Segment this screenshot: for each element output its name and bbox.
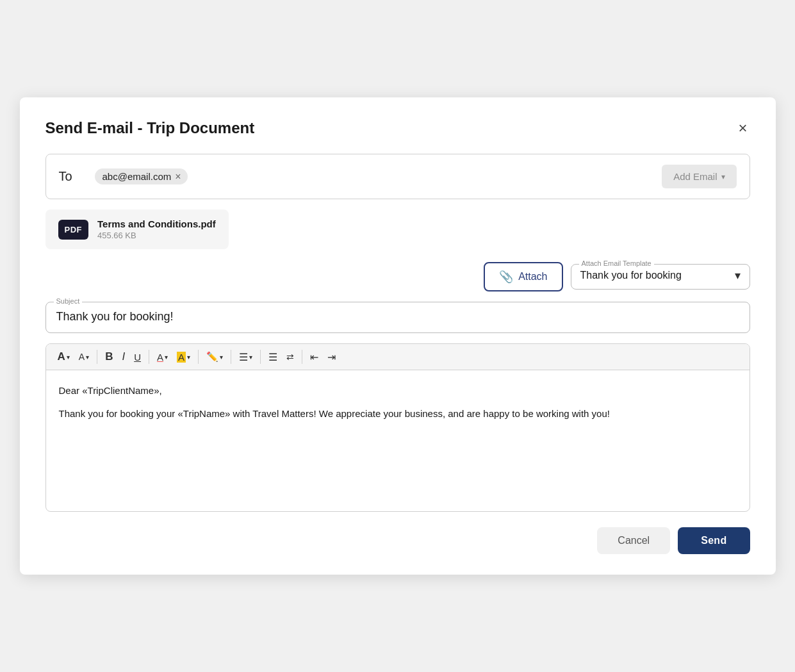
font-color-button[interactable]: A ▾ (153, 349, 172, 365)
toolbar-separator-2 (149, 350, 149, 364)
editor-line-1: Dear «TripClientName», (59, 383, 737, 398)
font-style-chevron: ▾ (86, 354, 89, 361)
attachment-info: Terms and Conditions.pdf 455.66 KB (97, 218, 216, 240)
cancel-button[interactable]: Cancel (597, 527, 670, 554)
outdent-button[interactable]: ⇤ (306, 348, 322, 366)
toolbar-separator-6 (302, 350, 302, 364)
chip-remove-button[interactable]: × (175, 172, 181, 182)
editor-line-2: Thank you for booking your «TripName» wi… (59, 406, 737, 422)
dialog-header: Send E-mail - Trip Document × (45, 118, 750, 138)
dialog-title: Send E-mail - Trip Document (45, 119, 255, 137)
font-color-icon: A (157, 352, 163, 363)
dialog-footer: Cancel Send (45, 527, 750, 554)
bullet-list-button[interactable]: ☰ (265, 348, 281, 366)
italic-button[interactable]: I (118, 348, 129, 366)
attach-template-row: 📎 Attach Attach Email Template Thank you… (45, 262, 750, 291)
subject-wrapper: Subject (45, 302, 750, 333)
bold-button[interactable]: B (101, 348, 117, 366)
to-row: To abc@email.com × Add Email ▾ (59, 165, 737, 188)
subject-label: Subject (54, 297, 83, 305)
numbered-list-icon: ⇄ (286, 352, 294, 362)
to-section: To abc@email.com × Add Email ▾ (45, 154, 750, 199)
toolbar-separator-1 (97, 350, 97, 364)
template-select-wrapper: Attach Email Template Thank you for book… (571, 264, 750, 290)
template-select-value: Thank you for booking (580, 270, 682, 281)
toolbar-separator-3 (198, 350, 199, 364)
toolbar-separator-4 (231, 350, 231, 364)
close-button[interactable]: × (735, 118, 750, 138)
attachment-name: Terms and Conditions.pdf (97, 218, 216, 229)
font-style-button[interactable]: A ▾ (75, 349, 93, 365)
template-select[interactable]: Thank you for booking ▾ (580, 268, 741, 283)
send-email-dialog: Send E-mail - Trip Document × To abc@ema… (20, 97, 776, 575)
font-color-chevron: ▾ (165, 354, 168, 361)
add-email-button[interactable]: Add Email ▾ (662, 165, 736, 188)
bullet-list-icon: ☰ (268, 351, 277, 363)
marker-chevron: ▾ (220, 354, 223, 361)
email-chip: abc@email.com × (95, 168, 188, 184)
indent-button[interactable]: ⇥ (324, 348, 340, 366)
font-size-label: A (58, 350, 65, 363)
attach-button[interactable]: 📎 Attach (484, 262, 562, 291)
align-button[interactable]: ☰ ▾ (235, 348, 256, 366)
editor-wrapper: A ▾ A ▾ B I U A ▾ A ▾ (45, 343, 750, 512)
email-chips: abc@email.com × (95, 168, 652, 184)
template-chevron-icon: ▾ (735, 268, 741, 283)
attachment-box: PDF Terms and Conditions.pdf 455.66 KB (45, 209, 229, 249)
attachment-size: 455.66 KB (97, 231, 216, 240)
marker-button[interactable]: ✏️ ▾ (202, 348, 227, 365)
highlight-chevron: ▾ (187, 354, 190, 361)
highlight-button[interactable]: A ▾ (173, 349, 194, 365)
font-size-button[interactable]: A ▾ (54, 348, 74, 366)
template-field-label: Attach Email Template (579, 259, 654, 267)
attach-button-label: Attach (518, 271, 547, 283)
indent-icon: ⇥ (327, 351, 336, 363)
editor-body[interactable]: Dear «TripClientName», Thank you for boo… (46, 370, 750, 511)
email-chip-address: abc@email.com (102, 171, 172, 182)
underline-button[interactable]: U (130, 349, 145, 365)
font-size-chevron: ▾ (67, 354, 70, 361)
pdf-icon: PDF (58, 220, 89, 240)
send-button[interactable]: Send (678, 527, 750, 554)
font-style-label: A (79, 352, 85, 362)
subject-input[interactable] (56, 310, 739, 324)
paperclip-icon: 📎 (499, 270, 513, 284)
marker-icon: ✏️ (206, 351, 218, 363)
editor-toolbar: A ▾ A ▾ B I U A ▾ A ▾ (46, 344, 750, 370)
numbered-list-button[interactable]: ⇄ (283, 349, 298, 365)
align-chevron: ▾ (249, 354, 252, 361)
outdent-icon: ⇤ (310, 351, 318, 363)
chevron-down-icon: ▾ (721, 172, 725, 181)
align-icon: ☰ (239, 351, 248, 363)
toolbar-separator-5 (260, 350, 261, 364)
add-email-label: Add Email (673, 171, 717, 182)
to-label: To (59, 169, 85, 184)
highlight-icon: A (177, 352, 186, 363)
